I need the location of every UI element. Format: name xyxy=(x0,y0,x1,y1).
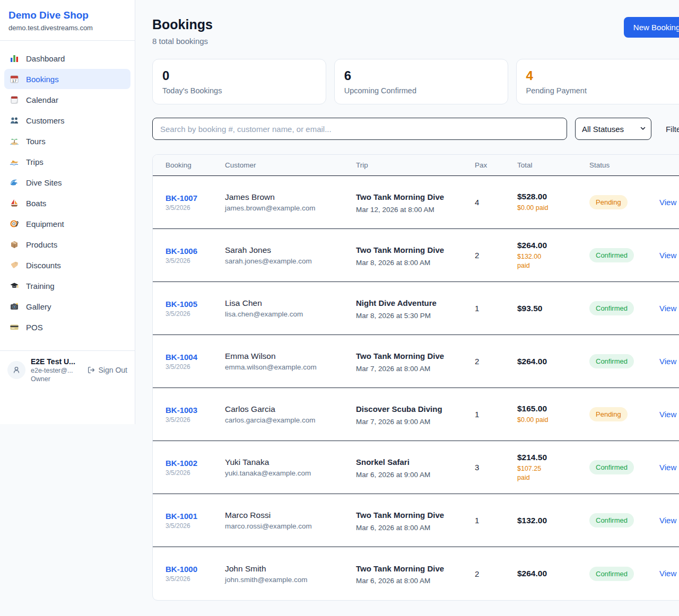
sidebar-item-gallery[interactable]: Gallery xyxy=(4,296,130,316)
view-cell: View xyxy=(659,516,676,525)
view-link[interactable]: View xyxy=(659,251,676,260)
booking-cell: BK-1006 3/5/2026 xyxy=(166,247,219,265)
total-amount: $214.50 xyxy=(517,453,583,462)
status-select[interactable]: All Statuses xyxy=(575,118,651,140)
view-link[interactable]: View xyxy=(659,463,676,472)
table-row: BK-1005 3/5/2026 Lisa Chen lisa.chen@exa… xyxy=(153,282,679,335)
sidebar-item-label: Customers xyxy=(26,116,65,125)
booking-number-link[interactable]: BK-1006 xyxy=(166,247,219,256)
total-amount: $165.00 xyxy=(517,404,583,413)
sidebar-item-dive-sites[interactable]: Dive Sites xyxy=(4,172,130,192)
trip-time: Mar 8, 2026 at 5:30 PM xyxy=(356,312,468,320)
trip-name: Night Dive Adventure xyxy=(356,297,468,309)
sidebar-item-tours[interactable]: Tours xyxy=(4,131,130,151)
table-body: BK-1007 3/5/2026 James Brown james.brown… xyxy=(153,176,679,600)
trip-cell: Two Tank Morning Dive Mar 12, 2026 at 8:… xyxy=(356,191,468,213)
booking-number-link[interactable]: BK-1004 xyxy=(166,353,219,362)
status-cell: Confirmed xyxy=(589,513,653,527)
column-header-booking: Booking xyxy=(166,161,219,169)
booking-number-link[interactable]: BK-1000 xyxy=(166,565,219,574)
wave-icon xyxy=(10,178,19,187)
sign-out-button[interactable]: Sign Out xyxy=(87,366,127,374)
booking-number-link[interactable]: BK-1005 xyxy=(166,300,219,309)
view-cell: View xyxy=(659,198,676,207)
page-header: Bookings 8 total bookings New Booking xyxy=(152,17,679,46)
total-cell: $132.00 xyxy=(517,516,583,525)
pax-value: 1 xyxy=(475,304,511,313)
user-name: E2E Test U... xyxy=(31,357,82,366)
status-cell: Confirmed xyxy=(589,248,653,262)
paid-amount: $107.25 paid xyxy=(517,464,554,482)
status-badge: Confirmed xyxy=(589,513,634,527)
booking-date: 3/5/2026 xyxy=(166,257,219,265)
paid-amount: $132.00 paid xyxy=(517,252,554,270)
people-icon xyxy=(10,116,19,125)
paid-amount: $0.00 paid xyxy=(517,204,554,213)
booking-number-link[interactable]: BK-1007 xyxy=(166,193,219,203)
sidebar-item-label: Products xyxy=(26,240,57,249)
trip-name: Snorkel Safari xyxy=(356,456,468,468)
sidebar-item-discounts[interactable]: Discounts xyxy=(4,255,130,275)
trip-name: Two Tank Morning Dive xyxy=(356,350,468,362)
booking-cell: BK-1001 3/5/2026 xyxy=(166,512,219,530)
sidebar-item-label: Trips xyxy=(26,157,43,166)
pax-value: 3 xyxy=(475,463,511,472)
main-content: Bookings 8 total bookings New Booking 0 … xyxy=(135,0,679,616)
sidebar-item-dashboard[interactable]: Dashboard xyxy=(4,48,130,68)
view-link[interactable]: View xyxy=(659,410,676,419)
customer-email: emma.wilson@example.com xyxy=(225,363,350,371)
svg-text:17: 17 xyxy=(12,78,16,83)
brand-block: Demo Dive Shop demo.test.divestreams.com xyxy=(0,0,135,41)
sidebar-item-label: POS xyxy=(26,323,43,332)
sidebar-item-bookings[interactable]: 17 Bookings xyxy=(4,69,130,89)
new-booking-button[interactable]: New Booking xyxy=(624,17,679,38)
booking-number-link[interactable]: BK-1002 xyxy=(166,459,219,468)
booking-number-link[interactable]: BK-1001 xyxy=(166,512,219,521)
sidebar-item-calendar[interactable]: Calendar xyxy=(4,90,130,110)
brand-name: Demo Dive Shop xyxy=(8,10,126,21)
status-cell: Pending xyxy=(589,407,653,421)
bar-chart-icon xyxy=(10,54,19,63)
sidebar-item-products[interactable]: Products xyxy=(4,234,130,254)
sidebar-item-label: Bookings xyxy=(26,75,59,84)
sign-out-label: Sign Out xyxy=(99,366,127,374)
stat-label: Upcoming Confirmed xyxy=(344,86,498,95)
tag-icon xyxy=(10,260,19,270)
sidebar-item-label: Boats xyxy=(26,199,46,208)
sidebar-item-label: Dive Sites xyxy=(26,178,62,187)
view-link[interactable]: View xyxy=(659,357,676,366)
customer-name: Carlos Garcia xyxy=(225,404,350,414)
sidebar-item-label: Tours xyxy=(26,137,46,146)
sidebar-item-equipment[interactable]: Equipment xyxy=(4,214,130,234)
view-cell: View xyxy=(659,410,676,419)
view-link[interactable]: View xyxy=(659,198,676,207)
view-cell: View xyxy=(659,357,676,366)
sidebar-item-trips[interactable]: Trips xyxy=(4,152,130,172)
user-section: E2E Test U... e2e-tester@... Owner Sign … xyxy=(0,350,135,391)
table-row: BK-1003 3/5/2026 Carlos Garcia carlos.ga… xyxy=(153,388,679,441)
view-link[interactable]: View xyxy=(659,569,676,578)
sidebar-item-boats[interactable]: Boats xyxy=(4,193,130,213)
view-link[interactable]: View xyxy=(659,516,676,525)
island-icon xyxy=(10,136,19,146)
sidebar-item-label: Calendar xyxy=(26,95,58,104)
total-amount: $93.50 xyxy=(517,304,583,313)
stat-card-todays-bookings: 0 Today's Bookings xyxy=(152,59,326,104)
booking-date: 3/5/2026 xyxy=(166,204,219,212)
view-cell: View xyxy=(659,463,676,472)
stat-label: Today's Bookings xyxy=(162,86,316,95)
search-input[interactable] xyxy=(152,118,567,140)
column-header-pax: Pax xyxy=(475,161,511,169)
sidebar-item-training[interactable]: Training xyxy=(4,276,130,296)
sidebar-item-customers[interactable]: Customers xyxy=(4,110,130,130)
sign-out-icon xyxy=(87,366,95,374)
trip-time: Mar 12, 2026 at 8:00 AM xyxy=(356,206,468,214)
view-link[interactable]: View xyxy=(659,304,676,313)
sidebar-item-label: Gallery xyxy=(26,302,51,311)
sidebar-item-pos[interactable]: POS xyxy=(4,317,130,337)
booking-number-link[interactable]: BK-1003 xyxy=(166,406,219,415)
pax-value: 2 xyxy=(475,357,511,366)
table-row: BK-1004 3/5/2026 Emma Wilson emma.wilson… xyxy=(153,335,679,388)
brand-domain: demo.test.divestreams.com xyxy=(8,24,126,32)
customer-name: James Brown xyxy=(225,192,350,202)
